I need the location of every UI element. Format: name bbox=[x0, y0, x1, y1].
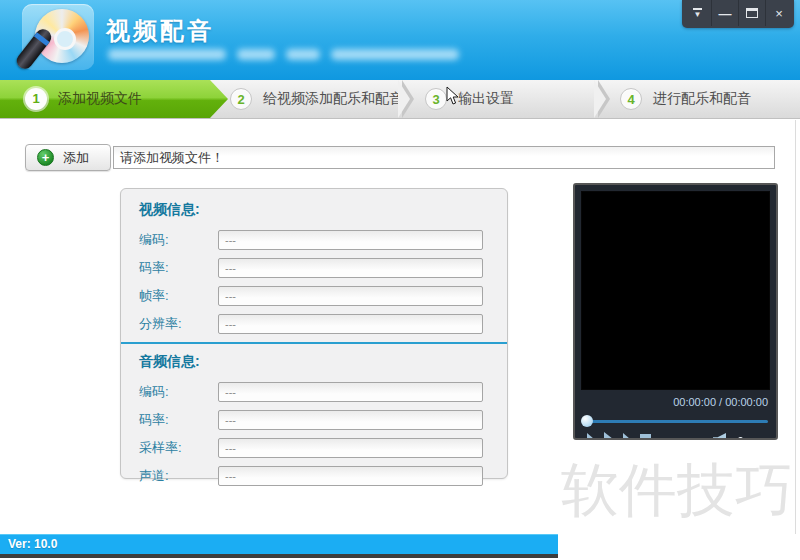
step-2-label: 给视频添加配乐和配音 bbox=[263, 90, 403, 108]
media-info-panel: 视频信息: 编码: --- 码率: --- 帧率: --- 分辨率: --- 音… bbox=[120, 188, 508, 479]
window-right-edge bbox=[795, 120, 796, 534]
step-tab-2-add-music-dub[interactable]: 2 给视频添加配乐和配音 bbox=[230, 80, 403, 118]
info-row-value: --- bbox=[218, 314, 483, 334]
info-row-label: 帧率: bbox=[139, 287, 218, 305]
maximize-button[interactable] bbox=[738, 0, 765, 26]
watermark-text: 软件技巧 bbox=[561, 452, 793, 530]
info-row-framerate: 帧率: --- bbox=[139, 286, 483, 306]
info-row-value: --- bbox=[218, 230, 483, 250]
minimize-icon: — bbox=[719, 6, 732, 21]
step-1-number-badge: 1 bbox=[25, 88, 47, 110]
add-button[interactable]: + 添加 bbox=[25, 144, 111, 171]
info-row-channels: 声道: --- bbox=[139, 466, 483, 486]
previous-icon[interactable] bbox=[587, 433, 594, 440]
info-row-video-codec: 编码: --- bbox=[139, 230, 483, 250]
info-row-label: 编码: bbox=[139, 231, 218, 249]
info-row-resolution: 分辨率: --- bbox=[139, 314, 483, 334]
stop-icon[interactable] bbox=[640, 434, 651, 441]
video-player-panel: 00:00:00 / 00:00:00 bbox=[573, 183, 778, 440]
footer-status-bar: Ver: 10.0 bbox=[0, 534, 558, 554]
info-row-label: 码率: bbox=[139, 411, 218, 429]
info-row-value: --- bbox=[218, 286, 483, 306]
titlebar: 视频配音 ▼ — × bbox=[0, 0, 800, 80]
seek-track[interactable] bbox=[583, 420, 768, 423]
minimize-button[interactable]: — bbox=[711, 0, 738, 26]
step-4-number-badge: 4 bbox=[620, 88, 642, 110]
step-3-label: 输出设置 bbox=[458, 90, 514, 108]
info-row-label: 编码: bbox=[139, 383, 218, 401]
video-info-heading: 视频信息: bbox=[139, 201, 483, 219]
info-row-value: --- bbox=[218, 466, 483, 486]
info-row-label: 声道: bbox=[139, 467, 218, 485]
seek-slider[interactable] bbox=[581, 414, 770, 428]
info-row-value: --- bbox=[218, 410, 483, 430]
info-row-audio-bitrate: 码率: --- bbox=[139, 410, 483, 430]
next-icon[interactable] bbox=[623, 433, 630, 440]
blurred-text-segment bbox=[286, 49, 320, 60]
section-divider bbox=[121, 342, 507, 344]
app-logo-icon bbox=[22, 4, 94, 70]
play-icon[interactable] bbox=[604, 432, 613, 440]
playback-time: 00:00:00 / 00:00:00 bbox=[673, 396, 768, 408]
app-window: 视频配音 ▼ — × 1 添加视频文件 bbox=[0, 0, 800, 560]
version-label: Ver: 10.0 bbox=[8, 537, 57, 551]
info-row-label: 码率: bbox=[139, 259, 218, 277]
chevron-down-icon: ▼ bbox=[694, 11, 702, 19]
info-row-video-bitrate: 码率: --- bbox=[139, 258, 483, 278]
step-separator-chevron bbox=[594, 80, 614, 118]
info-row-value: --- bbox=[218, 438, 483, 458]
player-controls bbox=[587, 432, 743, 440]
mouse-cursor-icon bbox=[446, 86, 460, 110]
step-2-number-badge: 2 bbox=[230, 88, 252, 110]
info-row-value: --- bbox=[218, 382, 483, 402]
info-row-audio-codec: 编码: --- bbox=[139, 382, 483, 402]
maximize-icon bbox=[746, 8, 758, 18]
window-controls: ▼ — × bbox=[682, 0, 794, 28]
info-row-value: --- bbox=[218, 258, 483, 278]
close-button[interactable]: × bbox=[765, 0, 792, 26]
menu-button[interactable]: ▼ bbox=[684, 0, 711, 26]
video-screen bbox=[581, 191, 770, 390]
step-4-label: 进行配乐和配音 bbox=[653, 90, 751, 108]
info-row-samplerate: 采样率: --- bbox=[139, 438, 483, 458]
add-button-label: 添加 bbox=[63, 149, 89, 167]
volume-icon[interactable] bbox=[713, 433, 726, 440]
seek-handle[interactable] bbox=[581, 415, 593, 427]
plus-icon: + bbox=[37, 149, 54, 166]
step-separator-chevron bbox=[398, 80, 418, 118]
volume-handle-icon[interactable] bbox=[738, 437, 743, 441]
step-tab-3-output-settings[interactable]: 3 输出设置 bbox=[425, 80, 514, 118]
step-tab-4-run-dubbing[interactable]: 4 进行配乐和配音 bbox=[620, 80, 751, 118]
step-3-number-badge: 3 bbox=[425, 88, 447, 110]
step-bar: 1 添加视频文件 2 给视频添加配乐和配音 3 输出设置 4 进行配乐和配音 bbox=[0, 80, 800, 119]
blurred-text-segment bbox=[331, 49, 459, 60]
info-row-label: 分辨率: bbox=[139, 315, 218, 333]
audio-info-heading: 音频信息: bbox=[139, 353, 483, 371]
step-1-label: 添加视频文件 bbox=[58, 90, 142, 108]
close-icon: × bbox=[775, 6, 783, 21]
blurred-text-segment bbox=[108, 49, 226, 60]
footer-shadow bbox=[0, 554, 558, 558]
blurred-text-segment bbox=[237, 49, 275, 60]
info-row-label: 采样率: bbox=[139, 439, 218, 457]
file-prompt-field[interactable]: 请添加视频文件！ bbox=[113, 146, 775, 169]
app-subtitle-blurred bbox=[108, 49, 459, 60]
app-title: 视频配音 bbox=[106, 15, 214, 47]
step-tab-1-add-video[interactable]: 1 添加视频文件 bbox=[0, 80, 228, 118]
